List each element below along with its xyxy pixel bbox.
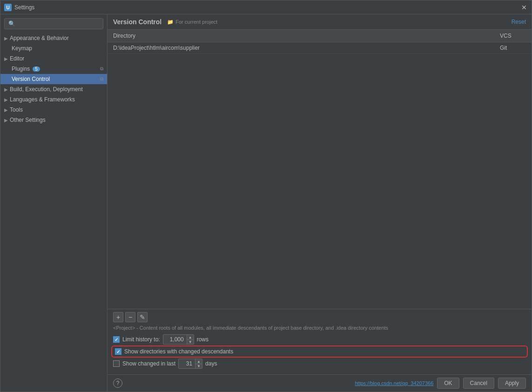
show-changed-suffix: days: [205, 360, 217, 367]
show-changed-down[interactable]: ▼: [195, 364, 202, 368]
sidebar-item-tools[interactable]: ▶ Tools: [0, 105, 107, 115]
close-button[interactable]: ✕: [520, 4, 528, 11]
plugins-badge: 5: [33, 66, 40, 72]
settings-window: U Settings ✕ ▶ Appearance & Behavior Key…: [0, 0, 532, 392]
footer-left: ?: [113, 379, 122, 388]
expand-arrow-icon: ▶: [4, 87, 8, 92]
show-directories-option: Show directories with changed descendant…: [113, 347, 526, 356]
show-directories-checkbox[interactable]: [115, 348, 121, 355]
limit-history-input[interactable]: [163, 335, 187, 344]
directory-cell: D:\ideaProject\htlm\aircom\supplier: [108, 44, 494, 52]
limit-history-up[interactable]: ▲: [187, 335, 194, 339]
bottom-area: + − ✎ <Project> - Content roots of all m…: [108, 309, 532, 374]
limit-history-suffix: rows: [197, 336, 209, 343]
limit-history-prefix: Limit history to:: [122, 336, 160, 343]
limit-history-checkbox[interactable]: [113, 336, 120, 343]
current-project-button[interactable]: 📁 For current project: [167, 19, 217, 25]
help-button[interactable]: ?: [113, 379, 122, 388]
search-input[interactable]: [4, 18, 103, 29]
copy-icon: ⧉: [100, 66, 103, 72]
sidebar-item-label: Version Control: [12, 76, 50, 82]
expand-arrow-icon: ▶: [4, 56, 8, 61]
main-header: Version Control 📁 For current project Re…: [108, 14, 532, 30]
url-bar[interactable]: https://blog.csdn.net/qq_34207366: [355, 380, 433, 386]
sidebar-item-label: Appearance & Behavior: [10, 35, 69, 41]
sidebar-item-label: Tools: [10, 106, 23, 113]
table-header: Directory VCS: [108, 30, 532, 42]
copy-icon: ⧉: [100, 76, 103, 82]
expand-arrow-icon: ▶: [4, 36, 8, 41]
sidebar-item-editor[interactable]: ▶ Editor: [0, 53, 107, 64]
limit-history-spinners: ▲ ▼: [187, 335, 194, 344]
sidebar-item-build-execution[interactable]: ▶ Build, Execution, Deployment: [0, 84, 107, 94]
sidebar-item-other-settings[interactable]: ▶ Other Settings: [0, 115, 107, 125]
page-title: Version Control: [113, 18, 162, 26]
content-area: ▶ Appearance & Behavior Keymap ▶ Editor …: [0, 14, 532, 392]
show-changed-option: Show changed in last ▲ ▼ days: [113, 359, 526, 369]
remove-button[interactable]: −: [125, 312, 135, 322]
vcs-column-header: VCS: [494, 32, 532, 40]
cancel-button[interactable]: Cancel: [463, 378, 494, 389]
main-panel: Version Control 📁 For current project Re…: [108, 14, 532, 392]
window-title: Settings: [14, 4, 520, 11]
sidebar-item-keymap[interactable]: Keymap: [0, 43, 107, 53]
table-body: D:\ideaProject\htlm\aircom\supplier Git: [108, 42, 532, 309]
apply-button[interactable]: Apply: [498, 378, 526, 389]
expand-arrow-icon: ▶: [4, 107, 8, 113]
sidebar-item-label: Plugins: [12, 66, 30, 72]
sidebar-item-label: Languages & Frameworks: [10, 96, 75, 103]
vcs-cell: Git: [494, 44, 532, 52]
add-button[interactable]: +: [113, 312, 123, 322]
sidebar-item-languages-frameworks[interactable]: ▶ Languages & Frameworks: [0, 94, 107, 105]
limit-history-option: Limit history to: ▲ ▼ rows: [113, 334, 526, 345]
app-icon: U: [4, 4, 12, 11]
table-row[interactable]: D:\ideaProject\htlm\aircom\supplier Git: [108, 42, 532, 54]
sidebar-item-label: Editor: [10, 55, 24, 62]
footer: ? https://blog.csdn.net/qq_34207366 OK C…: [108, 374, 532, 392]
expand-arrow-icon: ▶: [4, 118, 8, 123]
show-changed-checkbox[interactable]: [113, 360, 120, 367]
current-project-label: For current project: [175, 19, 217, 25]
sidebar-item-version-control[interactable]: Version Control ⧉: [0, 74, 107, 84]
show-directories-label: Show directories with changed descendant…: [124, 348, 233, 355]
limit-history-input-wrapper: ▲ ▼: [163, 334, 194, 345]
reset-button[interactable]: Reset: [512, 19, 526, 25]
sidebar-item-plugins[interactable]: Plugins 5 ⧉: [0, 64, 107, 74]
vcs-table: Directory VCS D:\ideaProject\htlm\aircom…: [108, 30, 532, 309]
sidebar-item-label: Build, Execution, Deployment: [10, 86, 83, 93]
limit-history-down[interactable]: ▼: [187, 339, 194, 344]
sidebar-item-label: Other Settings: [10, 117, 46, 123]
show-changed-spinners: ▲ ▼: [195, 359, 202, 368]
show-changed-up[interactable]: ▲: [195, 359, 202, 364]
svg-text:U: U: [6, 5, 9, 10]
hint-text: <Project> - Content roots of all modules…: [113, 325, 526, 331]
show-changed-input-wrapper: ▲ ▼: [178, 359, 202, 369]
directory-column-header: Directory: [108, 32, 494, 40]
sidebar-item-label: Keymap: [12, 45, 32, 52]
expand-arrow-icon: ▶: [4, 97, 8, 102]
title-bar: U Settings ✕: [0, 0, 532, 14]
toolbar-row: + − ✎: [113, 312, 526, 322]
edit-button[interactable]: ✎: [137, 312, 148, 322]
sidebar-item-appearance-behavior[interactable]: ▶ Appearance & Behavior: [0, 33, 107, 43]
footer-right: https://blog.csdn.net/qq_34207366 OK Can…: [355, 378, 526, 389]
show-changed-prefix: Show changed in last: [122, 360, 175, 367]
ok-button[interactable]: OK: [437, 378, 459, 389]
project-icon: 📁: [167, 19, 174, 25]
show-changed-input[interactable]: [179, 359, 195, 368]
sidebar: ▶ Appearance & Behavior Keymap ▶ Editor …: [0, 14, 108, 392]
